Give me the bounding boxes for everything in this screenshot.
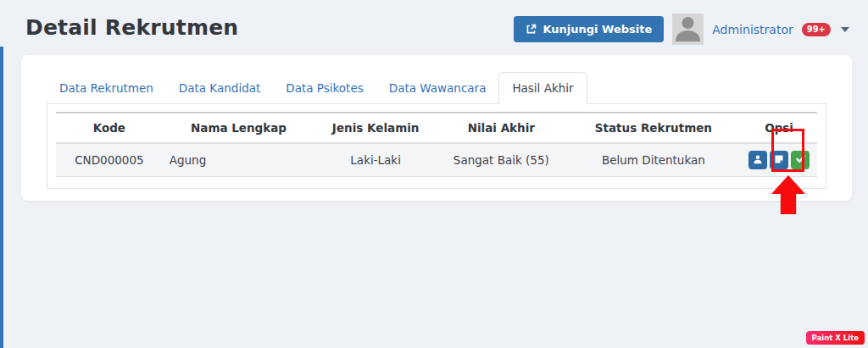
cell-kode: CND000005 — [56, 143, 163, 177]
col-nama-lengkap: Nama Lengkap — [163, 113, 315, 143]
header-actions: Kunjungi Website Administrator 99+ — [514, 14, 849, 45]
watermark-badge: Paint X Lite — [806, 331, 865, 345]
user-icon — [753, 154, 763, 167]
visit-website-label: Kunjungi Website — [542, 23, 652, 36]
chevron-down-icon[interactable] — [841, 27, 849, 32]
tab-hasil-akhir[interactable]: Hasil Akhir — [498, 72, 587, 104]
avatar[interactable] — [672, 14, 704, 45]
hasil-akhir-table: Kode Nama Lengkap Jenis Kelamin Nilai Ak… — [56, 112, 817, 177]
cell-jenis-kelamin: Laki-Laki — [314, 143, 437, 177]
col-kode: Kode — [56, 113, 163, 143]
annotation-highlight-rect — [771, 129, 804, 172]
tab-data-psikotes[interactable]: Data Psikotes — [273, 73, 376, 103]
cell-nama: Agung — [163, 143, 315, 177]
tab-bar: Data Rekrutmen Data Kandidat Data Psikot… — [47, 72, 826, 103]
user-name[interactable]: Administrator — [712, 23, 793, 36]
tab-panel-hasil-akhir: Kode Nama Lengkap Jenis Kelamin Nilai Ak… — [47, 103, 826, 189]
tab-data-rekrutmen[interactable]: Data Rekrutmen — [47, 73, 166, 103]
table-header-row: Kode Nama Lengkap Jenis Kelamin Nilai Ak… — [56, 113, 817, 143]
tab-data-wawancara[interactable]: Data Wawancara — [376, 73, 499, 103]
table-row: CND000005 Agung Laki-Laki Sangat Baik (5… — [56, 143, 817, 177]
view-candidate-button[interactable] — [748, 151, 767, 169]
col-nilai-akhir: Nilai Akhir — [437, 113, 566, 143]
cell-nilai-akhir: Sangat Baik (55) — [437, 143, 566, 177]
external-link-icon — [526, 24, 537, 35]
col-jenis-kelamin: Jenis Kelamin — [314, 113, 437, 143]
page-title: Detail Rekrutmen — [25, 15, 238, 40]
detail-card: Data Rekrutmen Data Kandidat Data Psikot… — [21, 55, 852, 201]
notification-badge: 99+ — [802, 23, 831, 36]
person-silhouette-icon — [672, 14, 704, 45]
visit-website-button[interactable]: Kunjungi Website — [514, 16, 664, 42]
tab-data-kandidat[interactable]: Data Kandidat — [166, 73, 273, 103]
col-status-rekrutmen: Status Rekrutmen — [566, 113, 742, 143]
sidebar-edge — [0, 47, 3, 348]
cell-status-rekrutmen: Belum Ditentukan — [566, 143, 742, 177]
